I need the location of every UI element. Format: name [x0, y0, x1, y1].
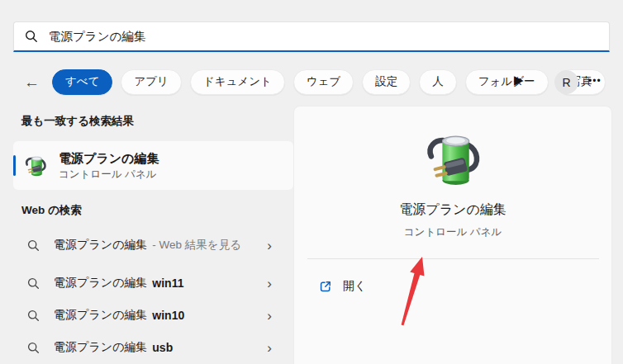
best-match-subtitle: コントロール パネル	[59, 168, 159, 182]
tab-people[interactable]: 人	[419, 69, 457, 95]
user-avatar[interactable]: R	[554, 70, 578, 94]
best-match-result[interactable]: 電源プランの編集 コントロール パネル	[13, 141, 293, 190]
suggestion-suffix: - Web 結果を見る	[152, 238, 241, 253]
chevron-right-icon[interactable]: ›	[267, 239, 272, 253]
search-input[interactable]	[47, 29, 598, 44]
external-link-icon	[319, 280, 332, 293]
divider	[307, 258, 599, 259]
open-button-label: 開く	[343, 279, 366, 294]
chevron-right-icon[interactable]: ›	[267, 277, 272, 291]
web-suggestion-row[interactable]: 電源プランの編集 win11 ›	[13, 268, 293, 298]
chevron-right-icon[interactable]: ›	[267, 309, 272, 323]
web-suggestion-row[interactable]: 電源プランの編集 win10 ›	[13, 300, 293, 330]
web-suggestion-row[interactable]: 電源プランの編集 - Web 結果を見る ›	[13, 230, 293, 260]
search-icon	[27, 239, 40, 252]
tab-apps[interactable]: アプリ	[121, 69, 181, 95]
suggestion-query: 電源プランの編集	[54, 308, 147, 323]
filter-tab-bar: ← すべて アプリ ドキュメント ウェブ 設定 人 フォルダー 写真	[0, 68, 623, 96]
tab-web[interactable]: ウェブ	[293, 69, 354, 95]
more-options-icon[interactable]: •••	[588, 75, 602, 87]
suggestion-suffix: win11	[152, 277, 183, 290]
tab-settings[interactable]: 設定	[362, 69, 411, 95]
suggestion-suffix: win10	[152, 309, 184, 322]
suggestion-query: 電源プランの編集	[54, 340, 147, 355]
suggestion-query: 電源プランの編集	[54, 276, 147, 291]
tab-all[interactable]: すべて	[52, 69, 112, 95]
power-options-icon	[23, 154, 48, 178]
result-preview-panel: 電源プランの編集 コントロール パネル 開く	[293, 106, 612, 364]
tab-folders[interactable]: フォルダー	[465, 69, 549, 95]
web-search-heading: Web の検索	[21, 203, 82, 218]
search-icon	[27, 310, 40, 322]
search-box[interactable]	[13, 21, 610, 52]
search-icon	[27, 277, 40, 290]
web-suggestion-row[interactable]: 電源プランの編集 usb ›	[13, 333, 293, 362]
tab-documents[interactable]: ドキュメント	[190, 69, 285, 95]
preview-title: 電源プランの編集	[294, 201, 611, 219]
back-icon[interactable]: ←	[24, 74, 40, 90]
best-match-text: 電源プランの編集 コントロール パネル	[59, 150, 159, 182]
search-icon	[27, 342, 40, 354]
power-options-icon-large	[421, 128, 484, 191]
play-icon[interactable]: ▶	[514, 73, 524, 86]
search-icon	[25, 30, 38, 43]
best-match-title: 電源プランの編集	[59, 150, 159, 166]
preview-subtitle: コントロール パネル	[294, 225, 611, 239]
suggestion-query: 電源プランの編集	[54, 238, 147, 253]
chevron-right-icon[interactable]: ›	[267, 341, 272, 355]
open-button[interactable]: 開く	[311, 272, 374, 301]
windows-search-flyout: ← すべて アプリ ドキュメント ウェブ 設定 人 フォルダー 写真 ▶ R •…	[0, 0, 623, 364]
best-match-heading: 最も一致する検索結果	[21, 114, 134, 129]
suggestion-suffix: usb	[152, 341, 173, 354]
